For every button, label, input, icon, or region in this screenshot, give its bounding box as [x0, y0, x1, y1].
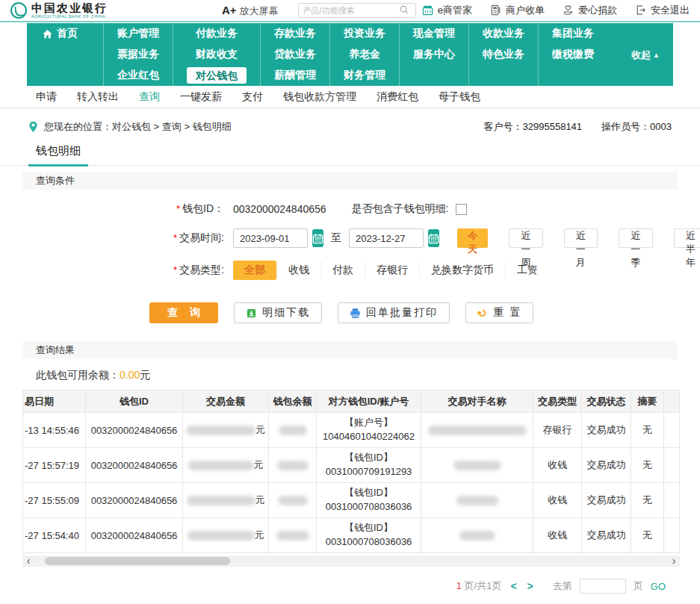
quicklink-merchant-label: 商户收单	[506, 4, 545, 17]
quicklink-logout[interactable]: 安全退出	[635, 4, 690, 17]
menu-item-loan[interactable]: 贷款业务	[261, 44, 329, 65]
menu-label: 缴税缴费	[552, 48, 594, 61]
menu-item-cash-mgmt[interactable]: 现金管理	[400, 23, 468, 44]
type-deposit-bank-button[interactable]: 存银行	[365, 261, 419, 279]
cell-trade-amount: 元	[183, 483, 269, 517]
subnav-transfer[interactable]: 转入转出	[77, 90, 119, 104]
reset-label: 重 置	[494, 306, 522, 320]
col-wallet-id: 钱包ID	[86, 390, 183, 412]
cell-wallet-id: 0032000024840656	[86, 518, 183, 552]
menu-cell-empty	[469, 65, 538, 86]
customer-number-value: 32995558141	[523, 121, 583, 132]
cell-trade-amount: 元	[183, 518, 269, 552]
menu-item-home[interactable]: 首页	[34, 23, 103, 44]
menu-cell-empty	[539, 65, 607, 86]
download-detail-button[interactable]: 明细下载	[234, 302, 322, 323]
heart-hand-icon	[563, 4, 574, 16]
counterparty-id: 10404601040224062	[323, 430, 415, 444]
range-month-button[interactable]: 近一月	[564, 228, 598, 248]
quicklink-eshop[interactable]: e商管家	[422, 4, 472, 17]
menu-item-payment-business[interactable]: 付款业务	[173, 23, 260, 44]
table-row[interactable]: -13 14:55:46 0032000024840656 元 【账户号】 10…	[23, 413, 679, 448]
subnav-one-key-salary[interactable]: 一键发薪	[180, 90, 222, 104]
scroll-right-icon[interactable]: ›	[668, 555, 680, 567]
type-pay-button[interactable]: 付款	[320, 261, 365, 279]
query-button[interactable]: 查 询	[149, 302, 218, 323]
menu-collapse-button[interactable]: 收起 ▲	[631, 49, 660, 62]
scrollbar-track[interactable]	[34, 555, 668, 567]
menu-item-investment[interactable]: 投资业务	[330, 23, 399, 44]
scrollbar-thumb[interactable]	[45, 557, 230, 565]
cell-counterparty-name	[421, 518, 533, 552]
menu-item-corporate-wallet[interactable]: 对公钱包	[173, 65, 260, 86]
reset-icon: ↻	[474, 304, 492, 321]
type-exchange-digital-currency-button[interactable]: 兑换数字货币	[419, 261, 505, 279]
download-icon	[246, 308, 257, 319]
current-page: 1	[456, 580, 462, 591]
range-halfyear-button[interactable]: 近半年	[674, 228, 700, 248]
screen-zoom-control[interactable]: A+ 放大屏幕	[222, 4, 279, 18]
go-button[interactable]: GO	[651, 581, 666, 592]
subnav-payee-mgmt[interactable]: 钱包收款方管理	[283, 90, 356, 104]
menu-item-special-business[interactable]: 特色业务	[469, 44, 538, 65]
tab-wallet-detail[interactable]: 钱包明细	[36, 144, 81, 165]
wallet-id-row: *钱包ID： 0032000024840656 是否包含子钱包明细:	[0, 202, 700, 216]
batch-print-receipt-button[interactable]: 回单批量打印	[338, 302, 450, 323]
menu-item-bill-business[interactable]: 票据业务	[104, 44, 173, 65]
type-salary-button[interactable]: 工资	[505, 261, 549, 279]
menu-item-fiscal[interactable]: 财政收支	[173, 44, 260, 65]
operator-number-label: 操作员号：	[601, 121, 650, 132]
subnav-apply[interactable]: 申请	[36, 90, 57, 104]
menu-item-collection[interactable]: 收款业务	[469, 23, 538, 44]
subnav-parent-child-wallet[interactable]: 母子钱包	[439, 90, 480, 104]
subnav-query[interactable]: 查询	[139, 90, 160, 104]
trade-type-row: *交易类型: 全部 收钱 付款 存银行 兑换数字货币 工资	[0, 261, 700, 280]
redacted-balance	[277, 461, 309, 470]
zoom-a-plus[interactable]: A+	[222, 4, 237, 16]
search-icon[interactable]	[399, 4, 411, 16]
table-row[interactable]: -27 15:54:40 0032000024840656 元 【钱包ID】 0…	[23, 518, 679, 553]
quicklink-donation[interactable]: 爱心捐款	[563, 4, 617, 17]
counterparty-id: 0031000708036036	[326, 535, 412, 549]
required-mark: *	[173, 264, 177, 275]
type-all-button[interactable]: 全部	[233, 261, 276, 280]
range-week-button[interactable]: 近一周	[509, 228, 543, 248]
subnav-consume-redpacket[interactable]: 消费红包	[377, 90, 418, 104]
prev-page-icon[interactable]: <	[509, 580, 518, 592]
include-sub-wallet-checkbox[interactable]	[456, 204, 467, 215]
next-page-icon[interactable]: >	[526, 580, 535, 592]
calendar-from-icon[interactable]	[312, 229, 323, 247]
menu-label: 薪酬管理	[274, 69, 316, 82]
date-to-input[interactable]	[349, 228, 424, 248]
table-horizontal-scrollbar[interactable]: ‹ ›	[22, 555, 680, 567]
range-today-button[interactable]: 今天	[457, 228, 488, 248]
reset-button[interactable]: ↻ 重 置	[465, 302, 533, 323]
counterparty-type: 【钱包ID】	[344, 521, 393, 535]
menu-item-group-business[interactable]: 集团业务	[539, 23, 607, 44]
scroll-left-icon[interactable]: ‹	[22, 555, 34, 567]
cell-summary: 无	[631, 483, 664, 517]
product-search[interactable]	[298, 3, 416, 18]
search-input[interactable]	[303, 6, 399, 15]
table-row[interactable]: -27 15:57:19 0032000024840656 元 【钱包ID】 0…	[23, 448, 679, 483]
menu-item-pension[interactable]: 养老金	[330, 44, 399, 65]
menu-item-finance-mgmt[interactable]: 财务管理	[330, 65, 399, 86]
menu-item-deposit[interactable]: 存款业务	[261, 23, 329, 44]
table-header-row: 易日期 钱包ID 交易金额 钱包余额 对方钱包ID/账户号 交易对手名称 交易类…	[23, 390, 679, 413]
menu-label: 财务管理	[344, 69, 385, 82]
calendar-to-icon[interactable]	[428, 229, 439, 247]
menu-item-account-mgmt[interactable]: 账户管理	[104, 23, 173, 44]
table-row[interactable]: -27 15:55:09 0032000024840656 元 【钱包ID】 0…	[23, 483, 679, 518]
type-receive-button[interactable]: 收钱	[276, 261, 320, 279]
menu-col-4: 投资业务 养老金 财务管理	[329, 23, 399, 86]
menu-item-corp-redpacket[interactable]: 企业红包	[104, 65, 173, 86]
goto-page-input[interactable]	[580, 579, 626, 594]
quicklink-merchant-acquiring[interactable]: 商户收单	[490, 4, 545, 17]
range-quarter-button[interactable]: 近一季	[619, 228, 653, 248]
date-from-input[interactable]	[233, 228, 308, 248]
menu-item-tax-payment[interactable]: 缴税缴费	[539, 44, 607, 65]
menu-item-salary-mgmt[interactable]: 薪酬管理	[261, 65, 329, 86]
cell-trade-type: 收钱	[533, 518, 582, 552]
menu-item-service-center[interactable]: 服务中心	[400, 44, 468, 65]
subnav-pay[interactable]: 支付	[242, 90, 263, 104]
